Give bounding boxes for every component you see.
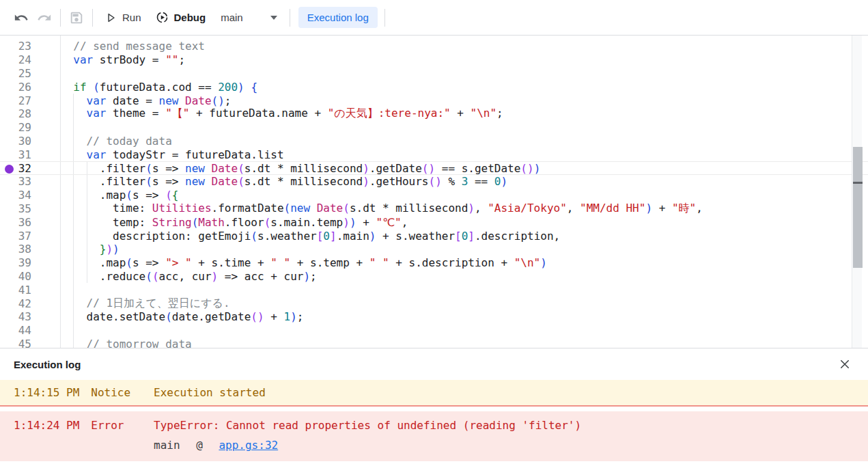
function-selector[interactable]: main xyxy=(212,5,285,30)
debug-button[interactable]: Debug xyxy=(148,5,213,30)
undo-icon[interactable] xyxy=(10,6,33,29)
line-number[interactable]: 38 xyxy=(0,243,31,256)
code-text: .map(s => ({ xyxy=(60,189,178,202)
run-label: Run xyxy=(122,12,141,23)
stack-trace-line: main @ app.gs:32 xyxy=(154,439,581,452)
code-text: var strBody = ""; xyxy=(60,53,185,66)
line-number[interactable]: 37 xyxy=(0,230,31,243)
line-number[interactable]: 28 xyxy=(0,107,31,120)
log-timestamp: 1:14:15 PM xyxy=(14,386,79,399)
log-message: Execution started xyxy=(154,386,266,399)
run-button[interactable]: Run xyxy=(97,5,148,30)
log-entry-meta: 1:14:15 PM Notice xyxy=(14,386,154,399)
code-lines: 23 // send message text24 var strBody = … xyxy=(0,40,868,348)
line-number[interactable]: 23 xyxy=(0,40,31,53)
breakpoint-dot[interactable] xyxy=(5,165,14,174)
line-number[interactable]: 33 xyxy=(0,175,31,188)
code-text: description: getEmoji(s.weather[0].main)… xyxy=(60,230,560,243)
code-line: 37 description: getEmoji(s.weather[0].ma… xyxy=(0,229,868,243)
line-number[interactable]: 43 xyxy=(0,310,31,323)
line-number[interactable]: 31 xyxy=(0,148,31,161)
code-text: // today data xyxy=(60,135,172,148)
toolbar-divider xyxy=(290,9,290,27)
code-text: })) xyxy=(60,243,120,256)
code-text: .filter(s => new Date(s.dt * millisecond… xyxy=(60,162,540,175)
code-line: 24 var strBody = ""; xyxy=(0,53,868,67)
stack-source-link[interactable]: app.gs:32 xyxy=(219,439,278,452)
log-error-detail: TypeError: Cannot read properties of und… xyxy=(154,419,581,452)
code-editor[interactable]: 23 // send message text24 var strBody = … xyxy=(0,36,868,348)
code-line: 27 var date = new Date(); xyxy=(0,94,868,107)
log-timestamp: 1:14:24 PM xyxy=(14,419,79,432)
line-number[interactable]: 44 xyxy=(0,324,31,337)
toolbar-divider xyxy=(92,9,93,27)
selected-function-label: main xyxy=(221,12,243,23)
line-number[interactable]: 29 xyxy=(0,121,31,134)
code-line: 32 .filter(s => new Date(s.dt * millisec… xyxy=(0,161,868,175)
line-number[interactable]: 41 xyxy=(0,284,31,297)
line-number[interactable]: 24 xyxy=(0,53,31,66)
code-line: 45 // tomorrow data xyxy=(0,338,868,348)
code-text: .map(s => "> " + s.time + " " + s.temp +… xyxy=(60,256,547,269)
line-number[interactable]: 42 xyxy=(0,297,31,310)
code-line: 28 var theme = "【" + futureData.name + "… xyxy=(0,107,868,121)
execution-log-panel: Execution log 1:14:15 PM Notice Executio… xyxy=(0,348,868,466)
code-line: 44 xyxy=(0,324,868,338)
redo-icon[interactable] xyxy=(33,6,56,29)
code-text: var theme = "【" + futureData.name + "の天気… xyxy=(60,107,503,121)
line-number[interactable]: 40 xyxy=(0,270,31,283)
code-line: 33 .filter(s => new Date(s.dt * millisec… xyxy=(0,175,868,189)
code-text: // 1日加えて、翌日にする. xyxy=(60,297,230,311)
log-level: Error xyxy=(91,419,124,432)
save-icon[interactable] xyxy=(65,6,88,29)
line-number[interactable]: 27 xyxy=(0,94,31,107)
code-line: 38 })) xyxy=(0,243,868,256)
line-number[interactable]: 35 xyxy=(0,202,31,215)
code-text: date.setDate(date.getDate() + 1); xyxy=(60,310,303,323)
stack-function-name: main xyxy=(154,439,180,452)
execution-log-title: Execution log xyxy=(14,359,81,370)
line-number[interactable]: 34 xyxy=(0,189,31,202)
code-line: 41 xyxy=(0,283,868,297)
log-entry-notice: 1:14:15 PM Notice Execution started xyxy=(0,380,868,405)
close-icon[interactable] xyxy=(835,355,854,374)
code-line: 43 date.setDate(date.getDate() + 1); xyxy=(0,310,868,324)
apps-script-editor-window: Run Debug main Execution log 23 // send … xyxy=(0,0,868,466)
code-line: 36 temp: String(Math.floor(s.main.temp))… xyxy=(0,215,868,229)
toolbar: Run Debug main Execution log xyxy=(0,0,868,36)
scrollbar-thumb[interactable] xyxy=(853,147,863,268)
code-line: 29 xyxy=(0,121,868,135)
code-text: .filter(s => new Date(s.dt * millisecond… xyxy=(60,175,507,188)
line-number[interactable]: 36 xyxy=(0,216,31,229)
code-line: 31 var todayStr = futureData.list xyxy=(0,148,868,161)
scrollbar-breakpoint-marker xyxy=(853,182,863,184)
play-icon xyxy=(104,11,117,25)
debug-icon xyxy=(155,10,169,25)
code-text: time: Utilities.formatDate(new Date(s.dt… xyxy=(60,202,703,216)
toolbar-divider xyxy=(60,9,61,27)
code-text: if (futureData.cod == 200) { xyxy=(60,81,257,94)
execution-log-header: Execution log xyxy=(0,348,868,380)
code-line: 26 if (futureData.cod == 200) { xyxy=(0,80,868,94)
code-text: // send message text xyxy=(60,40,205,53)
code-text: temp: String(Math.floor(s.main.temp)) + … xyxy=(60,216,408,229)
code-line: 25 xyxy=(0,67,868,81)
code-line: 40 .reduce((acc, cur) => acc + cur); xyxy=(0,270,868,284)
log-row-gap xyxy=(0,407,868,411)
code-text: .reduce((acc, cur) => acc + cur); xyxy=(60,270,317,283)
editor-scrollbar[interactable] xyxy=(852,36,862,348)
code-line: 34 .map(s => ({ xyxy=(0,189,868,202)
code-text: var date = new Date(); xyxy=(60,94,231,107)
line-number[interactable]: 30 xyxy=(0,135,31,148)
execution-log-toggle-button[interactable]: Execution log xyxy=(298,7,378,28)
log-entry-meta: 1:14:24 PM Error xyxy=(14,419,154,432)
log-message: TypeError: Cannot read properties of und… xyxy=(154,419,581,432)
line-number[interactable]: 39 xyxy=(0,256,31,269)
chevron-down-icon xyxy=(270,16,277,20)
code-line: 30 // today data xyxy=(0,135,868,148)
line-number[interactable]: 45 xyxy=(0,338,31,348)
line-number[interactable]: 26 xyxy=(0,81,31,94)
code-text: var todayStr = futureData.list xyxy=(60,148,284,161)
line-number[interactable]: 25 xyxy=(0,67,31,80)
log-entry-error: 1:14:24 PM Error TypeError: Cannot read … xyxy=(0,411,868,461)
